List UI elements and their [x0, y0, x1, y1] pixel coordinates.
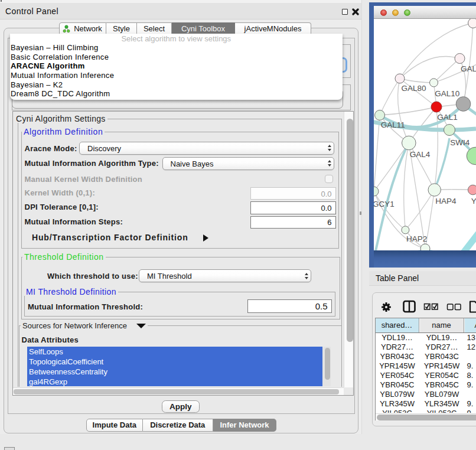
- svg-text:GCY1: GCY1: [374, 200, 395, 208]
- svg-text:GAL: GAL: [461, 64, 476, 73]
- svg-text:SWI4: SWI4: [450, 138, 470, 147]
- svg-text:GAL1: GAL1: [437, 113, 458, 122]
- svg-text:HAP4: HAP4: [435, 197, 457, 206]
- svg-text:GAL80: GAL80: [402, 84, 426, 93]
- svg-text:Y: Y: [471, 197, 476, 206]
- svg-text:HAP2: HAP2: [406, 234, 427, 243]
- svg-text:GAL11: GAL11: [381, 120, 405, 129]
- svg-text:GAL10: GAL10: [435, 89, 459, 98]
- svg-text:GAL4: GAL4: [410, 150, 431, 159]
